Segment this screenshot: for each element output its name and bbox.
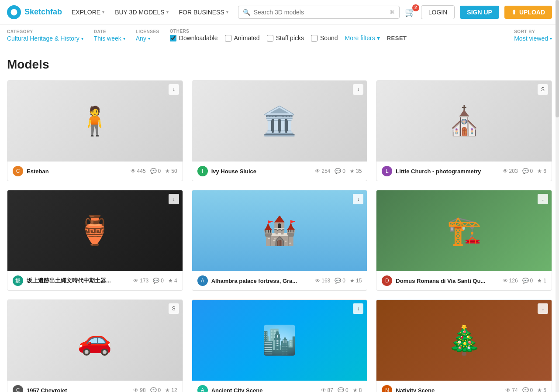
search-bar[interactable]: 🔍 ⌘ (238, 6, 400, 19)
model-stats: 👁 163 💬 0 ★ 15 (315, 278, 362, 284)
signup-button[interactable]: SIGN UP (460, 6, 499, 19)
page-title: Models (7, 58, 552, 72)
model-card[interactable]: ⛪ S L Little Church - photogrammetry 👁 2… (376, 80, 552, 181)
licenses-select[interactable]: Any ▾ (136, 35, 159, 42)
comment-icon: 💬 (150, 168, 157, 174)
upload-button[interactable]: ⬆ UPLOAD (504, 6, 552, 19)
model-badge: S (538, 84, 548, 95)
model-info: C 1957 Chevrolet 👁 98 💬 0 ★ 12 (7, 381, 183, 392)
model-card[interactable]: 🚗 S C 1957 Chevrolet 👁 98 💬 0 ★ 12 (7, 299, 183, 392)
staff-picks-input[interactable] (267, 35, 273, 41)
login-button[interactable]: LOGIN (421, 5, 455, 19)
others-checkboxes: Downloadable Animated Staff picks Sound … (170, 34, 407, 42)
comments-stat: 💬 0 (335, 278, 345, 284)
nav-right: 🛒 2 LOGIN SIGN UP ⬆ UPLOAD (405, 5, 552, 19)
model-thumbnail: 🏙️ ↓ (192, 300, 367, 381)
likes-stat: ★ 5 (537, 387, 546, 392)
reset-button[interactable]: RESET (387, 35, 407, 41)
explore-link[interactable]: EXPLORE ▾ (67, 5, 109, 19)
likes-stat: ★ 8 (353, 387, 362, 392)
business-link[interactable]: FOR BUSINESS ▾ (175, 5, 233, 19)
search-input[interactable] (254, 9, 386, 16)
model-preview-icon: 🚗 (7, 300, 183, 381)
main-content: Models 🧍 ↓ C Esteban 👁 445 💬 0 ★ 50 (0, 47, 559, 392)
eye-icon: 👁 (131, 168, 136, 174)
sort-group: SORT BY Most viewed ▾ (514, 29, 552, 42)
model-card[interactable]: 🎄 ↓ N Nativity Scene 👁 74 💬 0 ★ 5 (376, 299, 552, 392)
others-filter-group: OTHERS Downloadable Animated Staff picks… (170, 29, 407, 42)
model-thumbnail: 🏛️ ↓ (192, 81, 367, 162)
comment-icon: 💬 (150, 387, 157, 392)
animated-input[interactable] (225, 35, 231, 41)
cart-button[interactable]: 🛒 2 (405, 7, 416, 17)
model-avatar: A (197, 385, 208, 392)
sort-by-select[interactable]: Most viewed ▾ (514, 35, 552, 42)
model-name: Little Church - photogrammetry (396, 168, 499, 175)
comments-count: 0 (345, 387, 349, 392)
logo[interactable]: Sketchfab (7, 5, 62, 19)
downloadable-input[interactable] (170, 35, 176, 41)
licenses-caret-icon: ▾ (148, 36, 150, 41)
likes-stat: ★ 15 (350, 278, 362, 284)
model-avatar: C (13, 385, 23, 392)
category-caret-icon: ▾ (81, 36, 83, 41)
model-card[interactable]: 🏛️ ↓ I Ivy House Sluice 👁 254 💬 0 ★ 35 (192, 80, 368, 181)
navbar: Sketchfab EXPLORE ▾ BUY 3D MODELS ▾ FOR … (0, 0, 559, 24)
sort-by-label: SORT BY (514, 29, 552, 34)
comments-stat: 💬 0 (338, 387, 349, 392)
model-avatar: N (382, 385, 392, 392)
sound-checkbox[interactable]: Sound (311, 34, 338, 41)
category-label: CATEGORY (7, 29, 83, 34)
sound-input[interactable] (311, 35, 317, 41)
scrollbar[interactable] (556, 0, 559, 392)
model-card[interactable]: 🏙️ ↓ A Ancient City Scene 👁 87 💬 0 ★ 8 (192, 299, 368, 392)
likes-count: 6 (543, 168, 546, 174)
comments-stat: 💬 0 (522, 278, 533, 284)
likes-count: 12 (171, 387, 177, 392)
comments-stat: 💬 0 (153, 278, 164, 284)
views-count: 445 (137, 168, 146, 174)
model-stats: 👁 87 💬 0 ★ 8 (321, 387, 362, 392)
model-card[interactable]: 🧍 ↓ C Esteban 👁 445 💬 0 ★ 50 (7, 80, 183, 181)
filter-bar: CATEGORY Cultural Heritage & History ▾ D… (0, 24, 559, 47)
likes-stat: ★ 4 (168, 278, 177, 284)
model-card[interactable]: 🏗️ ↓ D Domus Romana di Via Santi Qu... 👁… (376, 190, 552, 291)
eye-icon: 👁 (505, 387, 511, 392)
model-name: Nativity Scene (396, 387, 502, 392)
views-count: 173 (140, 278, 148, 284)
model-name: Domus Romana di Via Santi Qu... (396, 278, 499, 284)
others-label: OTHERS (170, 29, 407, 34)
model-card[interactable]: 🏺 ↓ 坂 坂上遺跡出土縄文時代中期土器... 👁 173 💬 0 ★ 4 (7, 190, 183, 291)
views-stat: 👁 163 (315, 278, 330, 284)
model-name: 1957 Chevrolet (27, 387, 130, 392)
category-select[interactable]: Cultural Heritage & History ▾ (7, 35, 83, 42)
more-filters-button[interactable]: More filters ▾ (345, 34, 380, 41)
staff-picks-checkbox[interactable]: Staff picks (267, 34, 304, 41)
nav-links: EXPLORE ▾ BUY 3D MODELS ▾ FOR BUSINESS ▾ (67, 5, 233, 19)
animated-checkbox[interactable]: Animated (225, 34, 260, 41)
downloadable-checkbox[interactable]: Downloadable (170, 34, 218, 41)
model-badge: ↓ (353, 194, 363, 204)
likes-stat: ★ 50 (165, 168, 177, 174)
model-name: 坂上遺跡出土縄文時代中期土器... (27, 277, 130, 285)
comment-icon: 💬 (335, 168, 341, 174)
svg-point-0 (11, 9, 17, 15)
comments-count: 0 (342, 278, 345, 284)
date-select[interactable]: This week ▾ (94, 35, 125, 42)
comments-count: 0 (161, 278, 164, 284)
star-icon: ★ (165, 168, 170, 174)
model-info: L Little Church - photogrammetry 👁 203 💬… (376, 162, 552, 181)
licenses-filter: LICENSES Any ▾ (136, 29, 159, 42)
model-preview-icon: ⛪ (376, 81, 552, 162)
comment-icon: 💬 (522, 278, 529, 284)
search-kbd-icon: ⌘ (390, 9, 395, 15)
models-grid: 🧍 ↓ C Esteban 👁 445 💬 0 ★ 50 (7, 80, 552, 392)
model-avatar: L (382, 166, 392, 176)
model-avatar: A (197, 275, 208, 286)
scrollbar-thumb[interactable] (556, 0, 559, 117)
model-card[interactable]: 🏰 ↓ A Alhambra palace fortress, Gra... 👁… (192, 190, 368, 291)
model-avatar: D (382, 275, 392, 286)
comment-icon: 💬 (335, 278, 341, 284)
buy-link[interactable]: BUY 3D MODELS ▾ (110, 5, 173, 19)
likes-stat: ★ 1 (537, 278, 546, 284)
